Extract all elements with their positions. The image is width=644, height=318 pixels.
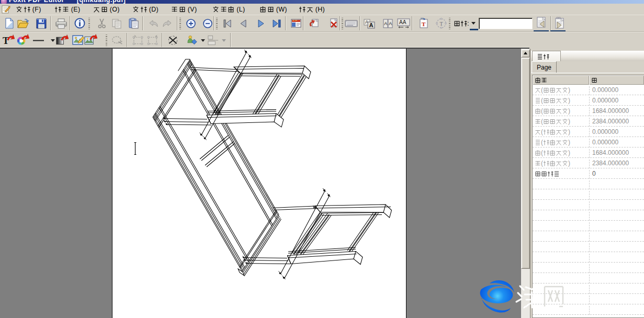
svg-text:T: T bbox=[3, 35, 9, 46]
svg-text:A: A bbox=[369, 22, 373, 28]
svg-text:A: A bbox=[384, 21, 387, 26]
svg-text:T: T bbox=[422, 21, 426, 27]
svg-text:A: A bbox=[389, 21, 392, 26]
svg-text:T: T bbox=[440, 21, 443, 27]
svg-text:AA: AA bbox=[399, 19, 406, 25]
